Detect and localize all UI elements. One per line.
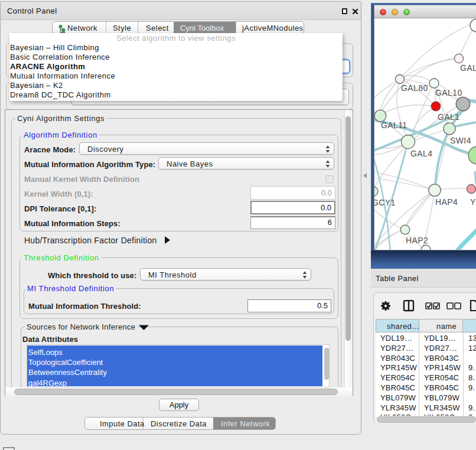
svg-text:GCY1: GCY1: [374, 198, 396, 207]
svg-text:HAP4: HAP4: [435, 197, 458, 207]
svg-text:GAL11: GAL11: [381, 120, 407, 130]
svg-text:HAP2: HAP2: [406, 236, 428, 245]
svg-text:GAL10: GAL10: [435, 88, 462, 97]
svg-text:GAL4: GAL4: [410, 149, 432, 158]
svg-text:GAL: GAL: [460, 63, 476, 73]
svg-text:GAL1: GAL1: [438, 112, 459, 122]
svg-text:GAL80: GAL80: [401, 83, 428, 93]
svg-text:SWI4: SWI4: [450, 136, 471, 145]
svg-text:Y: Y: [470, 197, 476, 207]
